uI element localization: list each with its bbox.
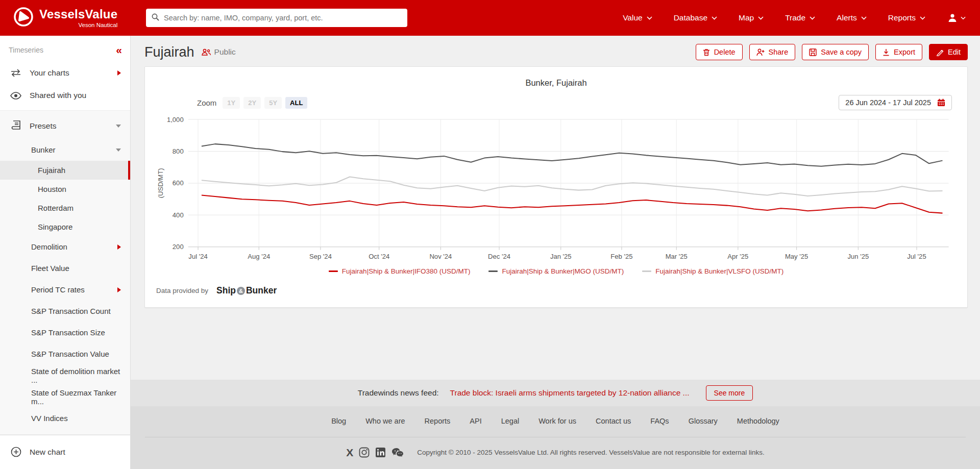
svg-text:Feb '25: Feb '25 bbox=[610, 253, 632, 260]
sidebar-item-sp-transaction-count[interactable]: S&P Transaction Count bbox=[0, 301, 130, 322]
brand-logo[interactable]: VesselsValue Veson Nautical bbox=[13, 7, 135, 29]
footer-link-blog[interactable]: Blog bbox=[331, 417, 346, 425]
sidebar-item-shared-with-you[interactable]: Shared with you bbox=[0, 84, 130, 107]
user-account-menu[interactable] bbox=[947, 12, 966, 23]
sidebar-item-demolition[interactable]: Demolition bbox=[0, 236, 130, 258]
presets-section: Presets Bunker Fujairah Houston Rotterda… bbox=[0, 110, 130, 435]
expand-arrow-icon bbox=[117, 287, 121, 292]
nav-value[interactable]: Value bbox=[623, 13, 652, 22]
zoom-5y-button[interactable]: 5Y bbox=[264, 97, 282, 109]
nav-map[interactable]: Map bbox=[739, 13, 764, 22]
edit-button[interactable]: Edit bbox=[929, 44, 968, 60]
legend-dash-icon bbox=[329, 270, 338, 272]
delete-button[interactable]: Delete bbox=[696, 44, 743, 60]
legend-item-vlsfo[interactable]: Fujairah|Ship & Bunker|VLSFO (USD/MT) bbox=[642, 267, 783, 275]
chart-legend: Fujairah|Ship & Bunker|IFO380 (USD/MT) F… bbox=[152, 265, 960, 280]
trash-icon bbox=[703, 48, 710, 56]
page-title: Fujairah bbox=[144, 44, 194, 60]
vesselsvalue-logo-icon bbox=[13, 7, 34, 29]
sidebar-item-rotterdam[interactable]: Rotterdam bbox=[0, 199, 130, 217]
news-feed-bar: Tradewinds news feed: Trade block: Israe… bbox=[131, 380, 980, 406]
collapse-sidebar-icon[interactable]: « bbox=[116, 44, 122, 55]
sidebar-item-period-tc-rates[interactable]: Period TC rates bbox=[0, 279, 130, 301]
user-icon bbox=[947, 12, 958, 23]
linkedin-icon[interactable] bbox=[375, 447, 386, 458]
export-button[interactable]: Export bbox=[875, 44, 922, 60]
legend-item-ifo380[interactable]: Fujairah|Ship & Bunker|IFO380 (USD/MT) bbox=[329, 267, 471, 275]
sidebar-item-your-charts[interactable]: Your charts bbox=[0, 62, 130, 84]
sidebar-title: Timeseries bbox=[9, 46, 43, 54]
global-search bbox=[146, 9, 407, 27]
svg-text:1,000: 1,000 bbox=[167, 116, 184, 124]
sidebar-item-bunker[interactable]: Bunker bbox=[0, 139, 130, 161]
nav-alerts[interactable]: Alerts bbox=[837, 13, 867, 22]
sidebar-item-state-of-suezmax-tanker[interactable]: State of Suezmax Tanker m... bbox=[0, 386, 130, 408]
svg-text:Jan '25: Jan '25 bbox=[550, 253, 572, 260]
chevron-down-icon bbox=[810, 16, 815, 20]
footer-link-glossary[interactable]: Glossary bbox=[689, 417, 718, 425]
search-input[interactable] bbox=[164, 14, 402, 22]
footer-link-who-we-are[interactable]: Who we are bbox=[365, 417, 405, 425]
share-button[interactable]: Share bbox=[749, 44, 796, 60]
svg-text:Apr '25: Apr '25 bbox=[727, 253, 748, 260]
search-icon bbox=[152, 13, 159, 23]
see-more-button[interactable]: See more bbox=[706, 385, 753, 401]
save-icon bbox=[809, 48, 817, 56]
collapse-arrow-icon bbox=[116, 125, 121, 128]
footer-link-reports[interactable]: Reports bbox=[425, 417, 451, 425]
instagram-icon[interactable] bbox=[359, 447, 370, 458]
chevron-down-icon bbox=[920, 16, 925, 20]
new-chart-button[interactable]: New chart bbox=[0, 435, 130, 469]
sidebar-item-sp-transaction-size[interactable]: S&P Transaction Size bbox=[0, 322, 130, 343]
ampersand-badge-icon: & bbox=[237, 287, 245, 295]
zoom-1y-button[interactable]: 1Y bbox=[223, 97, 240, 109]
visibility-badge: Public bbox=[201, 47, 236, 57]
footer-link-api[interactable]: API bbox=[470, 417, 481, 425]
ship-and-bunker-logo[interactable]: Ship & Bunker bbox=[216, 285, 277, 296]
svg-text:May '25: May '25 bbox=[785, 253, 808, 260]
date-range-value: 26 Jun 2024 - 17 Jul 2025 bbox=[845, 98, 931, 107]
footer-links: Blog Who we are Reports API Legal Work f… bbox=[131, 406, 980, 425]
svg-text:Aug '24: Aug '24 bbox=[248, 253, 270, 260]
main-content: Fujairah Public Delete Share Save a copy bbox=[131, 36, 980, 469]
x-twitter-icon[interactable]: X bbox=[346, 447, 353, 458]
svg-text:Dec '24: Dec '24 bbox=[488, 253, 510, 260]
sidebar-item-vv-indices[interactable]: VV Indices bbox=[0, 408, 130, 429]
news-feed-label: Tradewinds news feed: bbox=[358, 388, 439, 398]
top-navigation-bar: VesselsValue Veson Nautical Value Databa… bbox=[0, 0, 980, 36]
sidebar-item-fujairah[interactable]: Fujairah bbox=[0, 161, 130, 180]
nav-trade[interactable]: Trade bbox=[785, 13, 815, 22]
swap-arrows-icon bbox=[9, 69, 22, 77]
svg-text:800: 800 bbox=[173, 147, 184, 155]
sidebar-item-sp-transaction-value[interactable]: S&P Transaction Value bbox=[0, 343, 130, 365]
svg-text:(USD/MT): (USD/MT) bbox=[157, 168, 164, 199]
timeseries-chart[interactable]: 2004006008001,000Jul '24Aug '24Sep '24Oc… bbox=[152, 111, 960, 265]
svg-text:Mar '25: Mar '25 bbox=[666, 253, 688, 260]
chevron-down-icon bbox=[861, 16, 867, 20]
save-copy-button[interactable]: Save a copy bbox=[802, 44, 869, 60]
chevron-down-icon bbox=[758, 16, 764, 20]
svg-text:Oct '24: Oct '24 bbox=[369, 253, 389, 260]
sidebar-item-houston[interactable]: Houston bbox=[0, 180, 130, 199]
footer-link-work-for-us[interactable]: Work for us bbox=[538, 417, 576, 425]
sidebar-item-singapore[interactable]: Singapore bbox=[0, 217, 130, 236]
footer-link-legal[interactable]: Legal bbox=[501, 417, 519, 425]
legend-item-mgo[interactable]: Fujairah|Ship & Bunker|MGO (USD/MT) bbox=[488, 267, 624, 275]
date-range-picker[interactable]: 26 Jun 2024 - 17 Jul 2025 bbox=[839, 95, 952, 110]
news-headline-link[interactable]: Trade block: Israeli arms shipments targ… bbox=[450, 388, 690, 398]
page-footer: Blog Who we are Reports API Legal Work f… bbox=[131, 406, 980, 469]
sidebar-item-fleet-value[interactable]: Fleet Value bbox=[0, 258, 130, 279]
sidebar-item-state-of-demolition-market[interactable]: State of demolition market ... bbox=[0, 365, 130, 386]
zoom-2y-button[interactable]: 2Y bbox=[243, 97, 261, 109]
social-icons: X bbox=[346, 447, 404, 458]
footer-link-faqs[interactable]: FAQs bbox=[650, 417, 669, 425]
chevron-down-icon bbox=[961, 16, 966, 20]
wechat-icon[interactable] bbox=[391, 448, 404, 458]
sidebar-item-presets[interactable]: Presets bbox=[0, 113, 130, 139]
nav-reports[interactable]: Reports bbox=[888, 13, 925, 22]
zoom-all-button[interactable]: ALL bbox=[285, 97, 307, 109]
footer-link-contact-us[interactable]: Contact us bbox=[596, 417, 631, 425]
nav-database[interactable]: Database bbox=[674, 13, 717, 22]
svg-text:Jul '25: Jul '25 bbox=[907, 253, 926, 260]
footer-link-methodology[interactable]: Methodology bbox=[737, 417, 779, 425]
